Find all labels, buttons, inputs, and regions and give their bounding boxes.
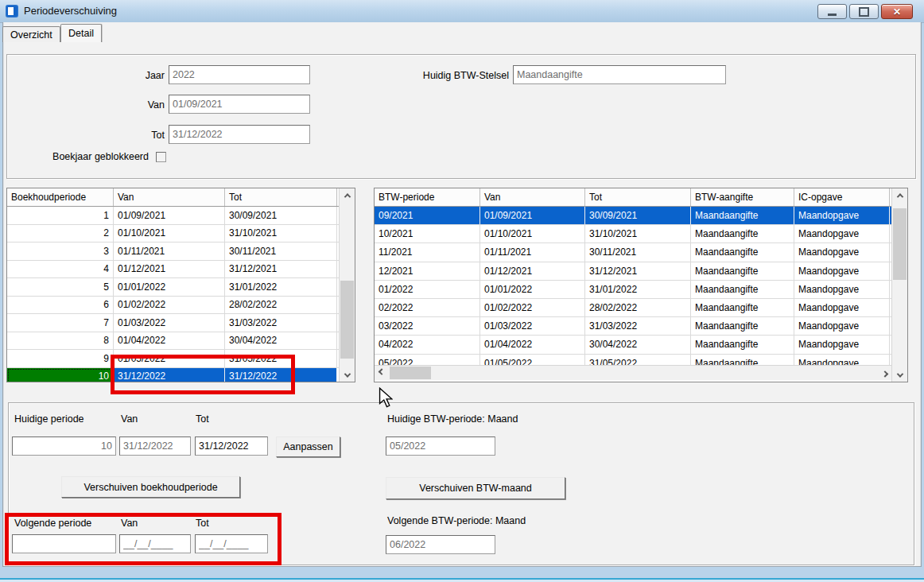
table-row[interactable]: 101/09/202130/09/2021 xyxy=(7,207,339,225)
table-cell[interactable]: 05/2022 xyxy=(375,355,480,366)
table-cell[interactable]: Maandaangifte xyxy=(691,207,794,224)
table-cell[interactable]: 03/2022 xyxy=(375,317,480,335)
scrollbar-thumb[interactable] xyxy=(893,208,907,280)
boekhoudperiode-vertical-scrollbar[interactable] xyxy=(339,188,355,382)
scroll-down-button[interactable] xyxy=(340,368,355,382)
table-cell[interactable]: 01/04/2022 xyxy=(480,336,585,353)
table-row[interactable]: 01/202201/01/202231/01/2022Maandaangifte… xyxy=(375,281,891,299)
table-cell[interactable]: 31/12/2022 xyxy=(114,368,225,382)
table-row[interactable]: 09/202101/09/202130/09/2021Maandaangifte… xyxy=(375,207,891,225)
table-cell[interactable]: 01/04/2022 xyxy=(114,332,225,350)
btw-periode-horizontal-scrollbar[interactable] xyxy=(375,365,891,380)
table-cell[interactable]: 01/11/2021 xyxy=(480,243,585,261)
table-cell[interactable]: 01/03/2022 xyxy=(480,317,585,335)
table-cell[interactable]: 30/04/2022 xyxy=(225,332,337,350)
table-cell[interactable]: 01/12/2021 xyxy=(114,261,225,278)
scroll-up-button[interactable] xyxy=(892,188,907,202)
table-cell[interactable]: 7 xyxy=(7,314,114,332)
scroll-right-button[interactable] xyxy=(878,366,891,380)
table-cell[interactable]: Maandopgave xyxy=(794,207,890,224)
table-cell[interactable]: 10/2021 xyxy=(375,225,480,242)
table-cell[interactable]: 02/2022 xyxy=(375,299,480,316)
table-row[interactable]: 501/01/202231/01/2022 xyxy=(7,278,339,297)
column-header[interactable]: Tot xyxy=(585,188,691,206)
table-row[interactable]: 03/202201/03/202231/03/2022Maandaangifte… xyxy=(375,317,891,336)
table-cell[interactable]: Maandaangifte xyxy=(691,262,794,280)
table-cell[interactable]: 01/01/2022 xyxy=(114,278,225,296)
table-cell[interactable]: 3 xyxy=(7,242,114,260)
scroll-left-button[interactable] xyxy=(375,366,388,380)
table-cell[interactable]: 01/09/2021 xyxy=(114,207,225,224)
table-cell[interactable]: Maandopgave xyxy=(794,317,890,335)
table-cell[interactable]: Maandaangifte xyxy=(691,355,794,366)
table-row[interactable]: 401/12/202131/12/2021 xyxy=(7,261,339,279)
aanpassen-button[interactable]: Aanpassen xyxy=(276,436,340,457)
table-cell[interactable]: 31/03/2022 xyxy=(585,317,691,335)
table-cell[interactable]: 01/02/2022 xyxy=(480,299,585,316)
volgende-periode-input[interactable] xyxy=(12,534,116,553)
table-cell[interactable]: 01/05/2022 xyxy=(114,350,225,367)
table-cell[interactable]: Maandopgave xyxy=(794,299,890,316)
table-cell[interactable]: 6 xyxy=(7,297,114,314)
table-cell[interactable]: 31/12/2021 xyxy=(585,262,691,280)
table-cell[interactable]: 30/11/2021 xyxy=(585,243,691,261)
table-row[interactable]: 12/202101/12/202131/12/2021Maandaangifte… xyxy=(375,262,891,281)
table-cell[interactable]: 04/2022 xyxy=(375,336,480,353)
table-cell[interactable]: 30/04/2022 xyxy=(585,336,691,353)
scrollbar-thumb[interactable] xyxy=(390,367,431,379)
table-cell[interactable]: 31/03/2022 xyxy=(225,314,337,332)
table-cell[interactable]: Maandopgave xyxy=(794,355,890,366)
table-cell[interactable]: 2 xyxy=(7,225,114,242)
table-row[interactable]: 901/05/202231/05/2022 xyxy=(7,350,339,368)
table-cell[interactable]: Maandaangifte xyxy=(691,225,794,242)
table-cell[interactable]: 31/05/2022 xyxy=(585,355,691,366)
table-cell[interactable]: 01/11/2021 xyxy=(114,242,225,260)
table-cell[interactable]: 9 xyxy=(7,350,114,367)
close-button[interactable]: ✕ xyxy=(881,4,913,19)
column-header[interactable]: BTW-aangifte xyxy=(691,188,794,206)
btw-periode-vertical-scrollbar[interactable] xyxy=(891,188,907,382)
table-row[interactable]: 10/202101/10/202131/10/2021Maandaangifte… xyxy=(375,225,891,243)
minimize-button[interactable] xyxy=(817,4,847,19)
column-header[interactable]: Van xyxy=(480,188,585,206)
scrollbar-thumb[interactable] xyxy=(340,281,354,359)
table-cell[interactable]: 01/09/2021 xyxy=(480,207,585,224)
table-cell[interactable]: 01/10/2021 xyxy=(480,225,585,242)
boekjaar-geblokkeerd-checkbox[interactable] xyxy=(156,152,166,162)
table-row[interactable]: 201/10/202131/10/2021 xyxy=(7,225,339,243)
table-cell[interactable]: 01/01/2022 xyxy=(480,281,585,298)
verschuiven-btw-maand-button[interactable]: Verschuiven BTW-maand xyxy=(386,477,565,499)
column-header[interactable]: IC-opgave xyxy=(794,188,890,206)
table-cell[interactable]: 10 xyxy=(7,368,114,382)
table-cell[interactable]: 31/05/2022 xyxy=(225,350,337,367)
table-row[interactable]: 601/02/202228/02/2022 xyxy=(7,297,339,315)
huidige-tot-input[interactable] xyxy=(195,436,268,456)
table-cell[interactable]: Maandaangifte xyxy=(691,336,794,353)
table-cell[interactable]: 30/09/2021 xyxy=(585,207,691,224)
table-cell[interactable]: 28/02/2022 xyxy=(225,297,337,314)
table-cell[interactable]: 01/12/2021 xyxy=(480,262,585,280)
table-cell[interactable]: 30/09/2021 xyxy=(225,207,337,224)
table-cell[interactable]: Maandaangifte xyxy=(691,317,794,335)
table-row[interactable]: 02/202201/02/202228/02/2022Maandaangifte… xyxy=(375,299,891,317)
table-cell[interactable]: 8 xyxy=(7,332,114,350)
tab-detail[interactable]: Detail xyxy=(60,24,102,42)
table-cell[interactable]: 28/02/2022 xyxy=(585,299,691,316)
table-cell[interactable]: Maandopgave xyxy=(794,243,890,261)
column-header[interactable]: Tot xyxy=(225,188,337,206)
table-row[interactable]: 701/03/202231/03/2022 xyxy=(7,314,339,332)
column-header[interactable]: BTW-periode xyxy=(375,188,480,206)
table-row[interactable]: 1031/12/202231/12/2022 xyxy=(7,368,339,382)
table-cell[interactable]: 01/03/2022 xyxy=(114,314,225,332)
table-cell[interactable]: Maandopgave xyxy=(794,262,890,280)
table-cell[interactable]: 09/2021 xyxy=(375,207,480,224)
table-cell[interactable]: 5 xyxy=(7,278,114,296)
table-cell[interactable]: 30/11/2021 xyxy=(225,242,337,260)
table-cell[interactable]: 4 xyxy=(7,261,114,278)
verschuiven-boekhoudperiode-button[interactable]: Verschuiven boekhoudperiode xyxy=(61,476,240,498)
table-cell[interactable]: Maandopgave xyxy=(794,336,890,353)
tab-overzicht[interactable]: Overzicht xyxy=(2,26,60,42)
table-cell[interactable]: 31/12/2022 xyxy=(225,368,337,382)
scroll-down-button[interactable] xyxy=(892,368,907,382)
table-row[interactable]: 11/202101/11/202130/11/2021Maandaangifte… xyxy=(375,243,891,262)
